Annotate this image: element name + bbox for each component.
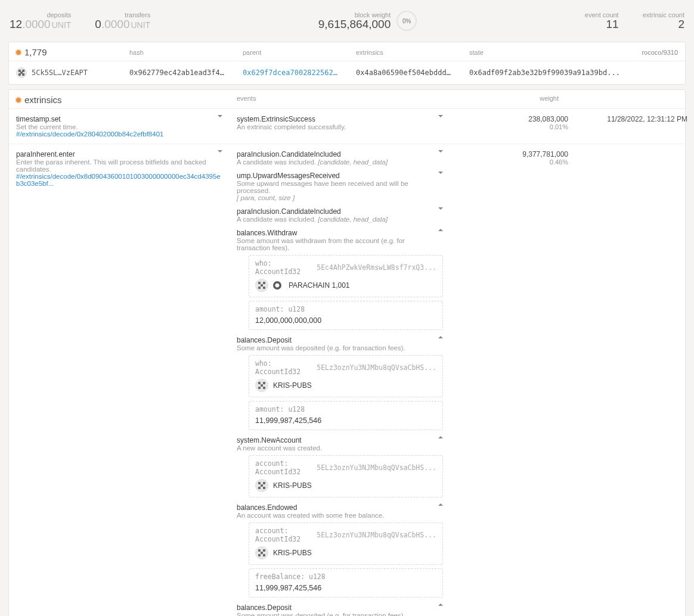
event-name[interactable]: balances.Endowed [237,503,384,512]
address-short[interactable]: 5ELz3oznYu3NJMbu8qQVsaCbHS... [317,463,436,472]
metric-label: extrinsic count [643,11,684,18]
event-desc-extra: [ para, count, size ] [237,194,436,201]
block-author[interactable]: 5Ck5SL…VzEAPT [9,61,122,84]
event-detail-box: who: AccountId325ELz3oznYu3NJMbu8qQVsaCb… [249,355,443,397]
caret-up-icon[interactable] [438,503,443,506]
detail-value: 12,000,000,000,000 [249,315,442,329]
detail-key: who: AccountId32 [255,359,317,376]
decode-link[interactable]: #/extrinsics/decode/0x280402000b84c2efbf… [16,130,222,138]
weight-column: 238,083,0000.01% [450,109,575,144]
extrinsics-header: extrinsics events weight [9,90,685,109]
event-item: paraInclusion.CandidateIncludedA candida… [237,207,443,223]
caret-up-icon[interactable] [438,603,443,606]
address-short[interactable]: 5Ec4AhPZwkVeRmswLW8sf7rxQ3... [317,263,436,272]
parent-hash-link[interactable]: 0x629f7dcea70028225622a308d3ea17... [236,63,349,83]
event-detail-box: amount: u12811,999,987,425,546 [249,401,443,430]
event-item: paraInclusion.CandidateIncludedA candida… [237,150,443,166]
event-detail-box: account: AccountId325ELz3oznYu3NJMbu8qQV… [249,522,443,565]
event-desc: A candidate was included. [candidate, he… [237,158,388,166]
event-desc: Some amount was deposited (e.g. for tran… [237,344,405,351]
address-short[interactable]: 5ELz3oznYu3NJMbu8qQVsaCbHS... [317,531,436,539]
metric-label: event count [585,11,619,18]
caret-down-icon[interactable] [438,115,443,117]
identicon [255,479,268,492]
weight-value: 238,083,000 [457,115,568,123]
metric-value: 9,615,864,000 [318,18,391,31]
event-detail-box: who: AccountId325Ec4AhPZwkVeRmswLW8sf7rx… [249,255,443,297]
event-item: system.NewAccountA new account was creat… [237,436,443,497]
extrinsic-desc: Set the current time. [16,123,78,130]
caret-up-icon[interactable] [438,336,443,338]
chain-label: rococo/9310 [642,49,678,56]
col-header-extrinsics: extrinsics [349,44,462,60]
detail-key: account: AccountId32 [255,459,317,476]
metric-label: block weight [318,11,391,18]
identicon [255,279,268,292]
detail-key: who: AccountId32 [255,259,317,276]
event-details: who: AccountId325ELz3oznYu3NJMbu8qQVsaCb… [249,355,443,430]
caret-down-icon[interactable] [438,150,443,153]
event-name[interactable]: paraInclusion.CandidateIncluded [237,207,388,216]
address-short[interactable]: 5ELz3oznYu3NJMbu8qQVsaCbHS... [317,363,436,372]
event-desc: Some amount was deposited (e.g. for tran… [237,612,405,616]
event-details: account: AccountId325ELz3oznYu3NJMbu8qQV… [249,455,443,497]
timestamp: 11/28/2022, 12:31:12 PM [583,115,687,123]
timestamp-column [575,144,694,616]
metric-event-count: event count 11 [585,11,619,31]
extrinsic-row: paraInherent.enterEnter the paras inhere… [9,144,685,616]
extrinsic-name[interactable]: paraInherent.enter [16,150,210,158]
account-display[interactable]: KRIS-PUBS [273,549,312,557]
caret-up-icon[interactable] [438,436,443,438]
caret-down-icon[interactable] [438,172,443,174]
event-details: account: AccountId325ELz3oznYu3NJMbu8qQV… [249,522,443,598]
caret-up-icon[interactable] [438,229,443,231]
event-name[interactable]: system.ExtrinsicSuccess [237,115,346,123]
decode-link[interactable]: #/extrinsics/decode/0x8d0904360010100300… [16,173,222,187]
account-display[interactable]: KRIS-PUBS [273,381,312,390]
col-header-state: state [469,49,484,56]
extrinsics-title: extrinsics [9,90,230,108]
block-number[interactable]: 1,779 [9,42,122,61]
event-name[interactable]: balances.Deposit [237,336,405,344]
weight-column: 9,377,781,0000.46% [450,144,575,616]
summary-bar: deposits 12.0000UNIT transfers 0.0000UNI… [8,8,686,39]
event-detail-box: amount: u12812,000,000,000,000 [249,301,443,330]
metric-value: 0.0000UNIT [95,18,150,31]
account-display[interactable]: KRIS-PUBS [273,481,312,490]
event-item: balances.WithdrawSome amount was withdra… [237,229,443,330]
identicon [255,546,268,559]
metric-deposits: deposits 12.0000UNIT [10,11,71,31]
parachain-badge-icon: ⬣ [273,281,281,290]
event-desc: A candidate was included. [candidate, he… [237,216,388,223]
block-hash[interactable]: 0x962779ec42ab1ead3f4b6445da35d3... [122,63,236,83]
event-name[interactable]: balances.Deposit [237,603,405,612]
account-display[interactable]: PARACHAIN 1,001 [289,281,350,290]
detail-key: amount: u128 [255,305,305,313]
weight-pct: 0.01% [457,123,568,130]
event-desc: Some upward messages have been received … [237,180,436,194]
weight-pct-ring: 0% [396,11,417,31]
caret-down-icon[interactable] [218,115,222,117]
col-header-parent: parent [236,44,349,60]
state-root[interactable]: 0x6adf09f2ab3e32b9f99039a91a39bd... [462,63,685,83]
section-icon [16,98,21,102]
metric-value: 2 [643,18,684,31]
event-item: balances.DepositSome amount was deposite… [237,336,443,430]
event-item: system.ExtrinsicSuccessAn extrinsic comp… [237,115,443,130]
extrinsics-root[interactable]: 0x4a8a06590ef504ebddd868347d7b20... [349,63,462,83]
detail-key: amount: u128 [255,405,305,413]
event-name[interactable]: system.NewAccount [237,436,322,444]
block-data-row: 5Ck5SL…VzEAPT 0x962779ec42ab1ead3f4b6445… [9,61,685,84]
weight-pct: 0.46% [457,158,568,166]
caret-down-icon[interactable] [218,150,222,153]
extrinsic-name[interactable]: timestamp.set [16,115,78,123]
event-name[interactable]: paraInclusion.CandidateIncluded [237,150,388,158]
detail-value: 11,999,987,425,546 [249,415,442,430]
caret-down-icon[interactable] [438,207,443,210]
event-desc: Some amount was withdrawn from the accou… [237,237,436,251]
timestamp-column: 11/28/2022, 12:31:12 PM [575,109,694,144]
event-name[interactable]: ump.UpwardMessagesReceived [237,172,436,180]
identicon [16,67,27,78]
event-name[interactable]: balances.Withdraw [237,229,436,237]
metric-block-weight: block weight 9,615,864,000 [318,11,391,31]
